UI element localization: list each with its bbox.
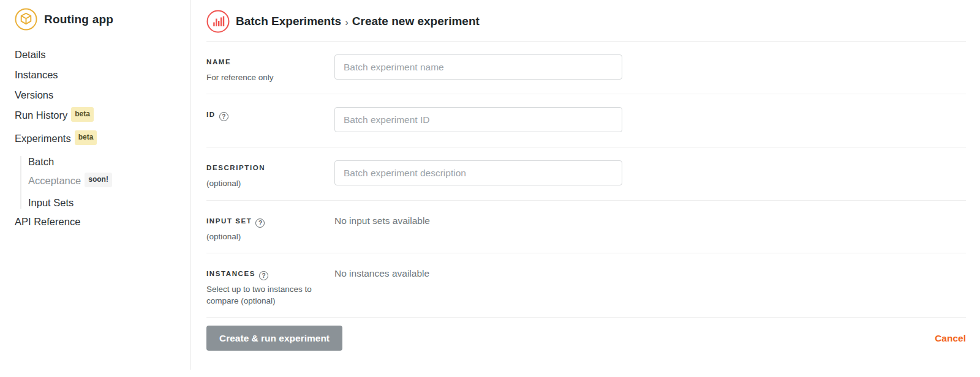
form-row-id: ID? xyxy=(206,94,966,147)
question-mark-icon[interactable]: ? xyxy=(255,218,265,228)
id-input[interactable] xyxy=(334,107,622,132)
app-logo-row[interactable]: Routing app xyxy=(15,8,190,31)
instances-label: INSTANCES xyxy=(206,270,255,277)
sidebar-item-batch[interactable]: Batch xyxy=(28,156,190,168)
chevron-right-icon: › xyxy=(345,17,349,28)
sidebar-item-api-reference[interactable]: API Reference xyxy=(15,216,190,228)
create-run-experiment-button[interactable]: Create & run experiment xyxy=(206,326,342,351)
experiments-subnav: Batch Acceptancesoon! Input Sets xyxy=(20,156,190,209)
description-label-col: DESCRIPTION (optional) xyxy=(206,160,334,189)
sidebar-item-details[interactable]: Details xyxy=(15,49,190,61)
soon-badge: soon! xyxy=(85,173,112,187)
sidebar-item-label: Instances xyxy=(15,69,58,80)
description-label: DESCRIPTION xyxy=(206,164,265,171)
sidebar-item-label: Run History xyxy=(15,110,67,121)
main-content: Batch Experiments›Create new experiment … xyxy=(206,0,966,377)
input-set-hint: (optional) xyxy=(206,231,326,242)
sidebar-item-label: Acceptance xyxy=(28,175,81,186)
sidebar-item-label: Details xyxy=(15,49,45,60)
id-label: ID xyxy=(206,111,216,118)
input-set-label: INPUT SET xyxy=(206,217,252,225)
description-hint: (optional) xyxy=(206,177,326,189)
sidebar-item-input-sets[interactable]: Input Sets xyxy=(28,197,190,209)
sidebar-nav: Details Instances Versions Run Historybe… xyxy=(15,49,190,228)
sidebar: Routing app Details Instances Versions R… xyxy=(0,0,190,370)
bar-chart-icon xyxy=(206,10,230,33)
instances-hint: Select up to two instances to compare (o… xyxy=(206,283,326,307)
sidebar-item-label: Batch xyxy=(28,156,54,167)
name-label: NAME xyxy=(206,58,231,65)
breadcrumb: Batch Experiments›Create new experiment xyxy=(236,15,480,28)
name-input[interactable] xyxy=(334,54,622,80)
sidebar-item-run-history[interactable]: Run Historybeta xyxy=(15,110,190,124)
input-set-empty-state: No input sets available xyxy=(334,214,430,226)
name-hint: For reference only xyxy=(206,72,326,83)
question-mark-icon[interactable]: ? xyxy=(259,271,268,280)
sidebar-item-label: Versions xyxy=(15,89,53,100)
cancel-button[interactable]: Cancel xyxy=(935,333,966,344)
name-label-col: NAME For reference only xyxy=(206,54,334,83)
sidebar-item-experiments[interactable]: Experimentsbeta xyxy=(15,133,190,147)
app-title: Routing app xyxy=(44,13,113,26)
instances-empty-state: No instances available xyxy=(334,266,429,279)
form-row-description: DESCRIPTION (optional) xyxy=(206,147,966,200)
question-mark-icon[interactable]: ? xyxy=(219,112,228,121)
form-row-input-set: INPUT SET? (optional) No input sets avai… xyxy=(206,201,966,253)
sidebar-item-versions[interactable]: Versions xyxy=(15,89,190,101)
sidebar-item-instances[interactable]: Instances xyxy=(15,69,190,81)
form-actions: Create & run experiment Cancel xyxy=(206,318,966,351)
id-label-col: ID? xyxy=(206,107,334,119)
beta-badge: beta xyxy=(71,107,94,122)
breadcrumb-batch-experiments[interactable]: Batch Experiments xyxy=(236,15,341,28)
description-input[interactable] xyxy=(334,160,622,185)
form-row-name: NAME For reference only xyxy=(206,42,966,94)
sidebar-item-label: Input Sets xyxy=(28,197,74,208)
form-row-instances: INSTANCES? Select up to two instances to… xyxy=(206,253,966,317)
sidebar-item-acceptance[interactable]: Acceptancesoon! xyxy=(28,175,190,190)
cube-icon xyxy=(15,8,37,31)
instances-label-col: INSTANCES? Select up to two instances to… xyxy=(206,266,334,307)
beta-badge: beta xyxy=(75,130,97,145)
sidebar-item-label: API Reference xyxy=(15,216,80,227)
page-title: Create new experiment xyxy=(352,15,480,28)
sidebar-item-label: Experiments xyxy=(15,133,71,144)
page-header: Batch Experiments›Create new experiment xyxy=(206,0,966,41)
input-set-label-col: INPUT SET? (optional) xyxy=(206,214,334,242)
